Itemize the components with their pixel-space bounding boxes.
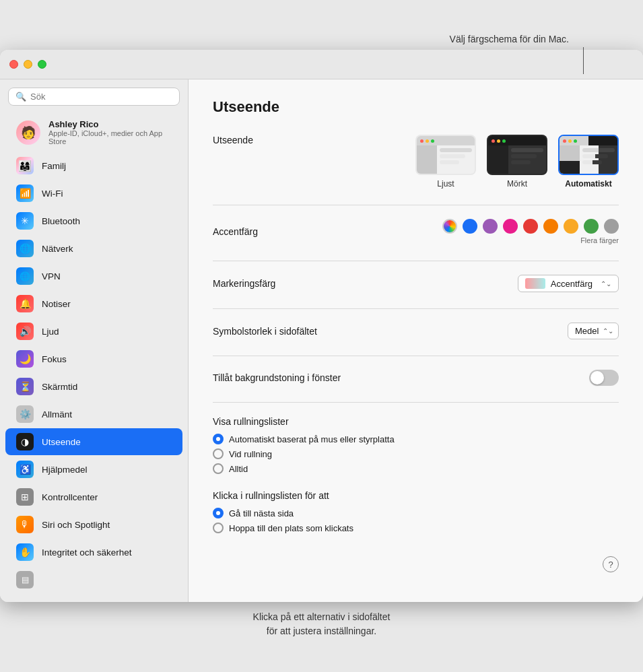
- more-icon: ▤: [16, 571, 34, 589]
- sidebar-item-more[interactable]: ▤: [5, 566, 182, 593]
- appearance-option-automatiskt[interactable]: Automatiskt: [558, 135, 619, 189]
- search-input[interactable]: [30, 92, 172, 102]
- divider-3: [213, 308, 619, 309]
- divider-5: [213, 402, 619, 403]
- sidebar-item-skarmtid[interactable]: ⏳ Skärmtid: [5, 373, 182, 400]
- fokus-icon: 🌙: [16, 350, 34, 368]
- scroll-option-auto[interactable]: Automatiskt baserat på mus eller styrpla…: [213, 434, 619, 444]
- accent-color-blue[interactable]: [463, 219, 477, 234]
- sidebar-item-integritet[interactable]: ✋ Integritet och säkerhet: [5, 539, 182, 566]
- sidebar-label-siri: Siri och Spotlight: [42, 520, 110, 530]
- scroll-radio-alltid[interactable]: [213, 463, 224, 474]
- sidebar-item-allman[interactable]: ⚙️ Allmänt: [5, 401, 182, 428]
- accent-color-red[interactable]: [523, 219, 538, 234]
- accent-color-pink[interactable]: [503, 219, 518, 234]
- scroll-section: Visa rullningslister Automatiskt baserat…: [213, 416, 619, 474]
- sidebar-item-utseende[interactable]: ◑ Utseende: [5, 428, 182, 455]
- sidebar-label-bluetooth: Bluetooth: [42, 216, 80, 226]
- marking-value: Accentfärg: [551, 279, 593, 289]
- user-name: Ashley Rico: [48, 119, 172, 129]
- close-button[interactable]: [9, 60, 18, 69]
- accent-color-row: Accentfärg: [213, 219, 619, 244]
- ljud-icon: 🔊: [16, 323, 34, 340]
- scroll-option-vid[interactable]: Vid rullning: [213, 448, 619, 459]
- help-button[interactable]: ?: [603, 556, 619, 572]
- scroll-radio-vid[interactable]: [213, 448, 224, 459]
- appearance-options: Ljust: [415, 135, 619, 189]
- divider-2: [213, 261, 619, 261]
- appearance-name-automatiskt: Automatiskt: [565, 179, 611, 189]
- marking-label: Markeringsfärg: [213, 278, 275, 289]
- sidebar-item-user[interactable]: 🧑 Ashley Rico Apple-ID, iCloud+, medier …: [5, 114, 182, 151]
- accent-color-yellow[interactable]: [564, 219, 578, 234]
- sidebar-item-bluetooth[interactable]: ✳ Bluetooth: [5, 207, 182, 234]
- appearance-option-ljust[interactable]: Ljust: [415, 135, 476, 189]
- marking-dropdown-wrapper: Accentfärg ⌃⌄: [518, 275, 619, 292]
- sidebar-item-fokus[interactable]: 🌙 Fokus: [5, 345, 182, 372]
- accent-color-green[interactable]: [584, 219, 599, 234]
- traffic-lights: [9, 60, 46, 69]
- background-toning-row: Tillåt bakgrundstoning i fönster: [213, 370, 619, 386]
- sidebar: 🔍 🧑 Ashley Rico Apple-ID, iCloud+, medie…: [0, 79, 189, 602]
- marking-color-button[interactable]: Accentfärg ⌃⌄: [518, 275, 619, 292]
- click-label-nasta: Gå till nästa sida: [229, 508, 294, 518]
- wifi-icon: 📶: [16, 184, 34, 202]
- minimize-button[interactable]: [24, 60, 32, 69]
- click-radio-hoppa[interactable]: [213, 523, 224, 533]
- sidebar-item-vpn[interactable]: 🌐 VPN: [5, 263, 182, 290]
- sidebar-item-ljud[interactable]: 🔊 Ljud: [5, 318, 182, 345]
- background-toggle[interactable]: [589, 370, 619, 386]
- sidebar-item-notiser[interactable]: 🔔 Notiser: [5, 290, 182, 317]
- sidebar-label-kontrollcenter: Kontrollcenter: [42, 492, 98, 502]
- notiser-icon: 🔔: [16, 295, 34, 312]
- sidebar-item-kontrollcenter[interactable]: ⊞ Kontrollcenter: [5, 483, 182, 510]
- click-radio-nasta[interactable]: [213, 508, 224, 518]
- symbolsize-dropdown-wrapper[interactable]: Medel Liten Stor ⌃⌄: [568, 323, 619, 339]
- sidebar-label-integritet: Integritet och säkerhet: [42, 547, 132, 558]
- sidebar-item-familj[interactable]: 👨‍👩‍👧 Familj: [5, 152, 182, 179]
- symbolsize-select[interactable]: Medel Liten Stor: [568, 323, 619, 339]
- sidebar-label-vpn: VPN: [42, 271, 61, 281]
- click-option-hoppa[interactable]: Hoppa till den plats som klickats: [213, 523, 619, 533]
- accent-color-gray[interactable]: [604, 219, 619, 234]
- appearance-option-morkt[interactable]: Mörkt: [487, 135, 547, 189]
- marking-chevron-icon: ⌃⌄: [601, 280, 611, 288]
- main-panel: Utseende Utseende: [189, 79, 643, 602]
- hjalpmedel-icon: ♿: [16, 461, 34, 478]
- accent-colors: [442, 219, 619, 234]
- top-annotation: Välj färgschema för din Mac.: [0, 34, 643, 50]
- scroll-radio-auto[interactable]: [213, 434, 224, 444]
- accent-colors-section: Flera färger: [442, 219, 619, 244]
- sidebar-item-wifi[interactable]: 📶 Wi-Fi: [5, 180, 182, 207]
- scroll-option-alltid[interactable]: Alltid: [213, 463, 619, 474]
- marking-swatch: [525, 278, 545, 289]
- network-icon: 🌐: [16, 240, 34, 257]
- click-title: Klicka i rullningslisten för att: [213, 490, 619, 501]
- sidebar-label-wifi: Wi-Fi: [42, 189, 63, 199]
- allman-icon: ⚙️: [16, 405, 34, 423]
- appearance-thumbnail-automatiskt: [558, 135, 619, 175]
- sidebar-label-allman: Allmänt: [42, 409, 72, 419]
- accent-color-orange[interactable]: [543, 219, 558, 234]
- marking-color-row: Markeringsfärg Accentfärg ⌃⌄: [213, 275, 619, 292]
- accent-color-multicolor[interactable]: [442, 219, 457, 234]
- click-option-nasta[interactable]: Gå till nästa sida: [213, 508, 619, 518]
- accent-color-purple[interactable]: [483, 219, 498, 234]
- integritet-icon: ✋: [16, 543, 34, 561]
- divider-4: [213, 356, 619, 356]
- sidebar-item-hjalpmedel[interactable]: ♿ Hjälpmedel: [5, 456, 182, 483]
- search-icon: 🔍: [15, 92, 26, 102]
- search-bar[interactable]: 🔍: [8, 88, 180, 106]
- avatar: 🧑: [16, 121, 40, 145]
- bottom-annotation: Klicka på ett alternativ i sidofältet fö…: [0, 602, 643, 638]
- sidebar-item-natverk[interactable]: 🌐 Nätverk: [5, 235, 182, 262]
- title-bar: [0, 50, 643, 79]
- sidebar-item-siri[interactable]: 🎙 Siri och Spotlight: [5, 511, 182, 538]
- appearance-label: Utseende: [213, 135, 253, 145]
- user-info: Ashley Rico Apple-ID, iCloud+, medier oc…: [48, 119, 172, 145]
- accent-sub-label: Flera färger: [580, 236, 619, 244]
- maximize-button[interactable]: [38, 60, 46, 69]
- siri-icon: 🎙: [16, 516, 34, 533]
- appearance-name-morkt: Mörkt: [507, 179, 527, 189]
- symbolsize-row: Symbolstorlek i sidofältet Medel Liten S…: [213, 323, 619, 339]
